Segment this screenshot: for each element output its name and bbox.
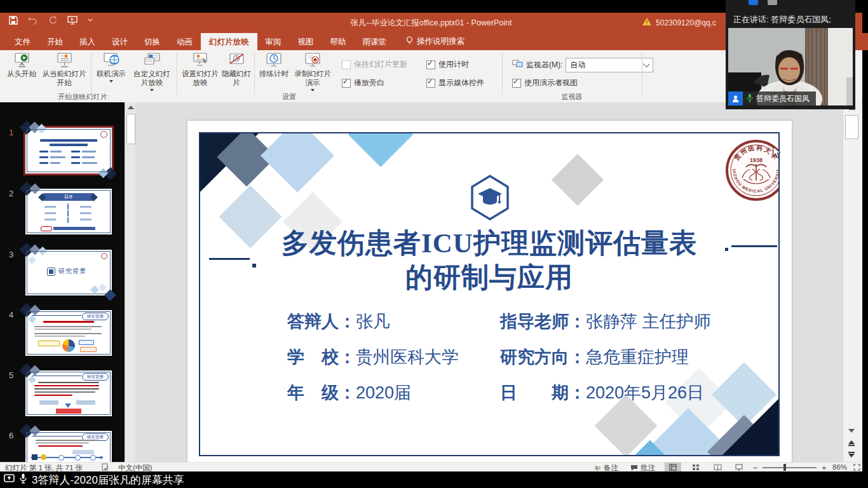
tab-insert[interactable]: 插入 xyxy=(71,33,104,50)
vertical-scrollbar[interactable] xyxy=(843,102,860,462)
monitor-dropdown[interactable]: 自动 xyxy=(566,58,653,72)
slide-border-frame: 贵州医科大学 1938 GUIZHOU MEDICAL UNIVERSITY 多… xyxy=(199,132,780,456)
from-current-slide-button[interactable]: 从当前幻灯片开始 xyxy=(39,52,89,93)
scroll-down-icon[interactable] xyxy=(848,429,855,433)
previous-slide-button[interactable] xyxy=(848,440,855,446)
slide-thumbnail-panel: 1 2 xyxy=(0,102,125,462)
share-bar-text: 3答辩人-2020届张凡的屏幕共享 xyxy=(32,473,184,487)
slide-thumbnail-1[interactable] xyxy=(25,128,112,173)
slide-edit-area: 贵州医科大学 1938 GUIZHOU MEDICAL UNIVERSITY 多… xyxy=(135,102,843,462)
record-slideshow-button[interactable]: 录制幻灯片演示 xyxy=(292,52,333,93)
field-grade[interactable]: 年 级：2020届 xyxy=(287,381,411,404)
svg-text:1938: 1938 xyxy=(750,157,763,163)
participant-video[interactable]: 答辩委员石国凤 xyxy=(728,28,853,105)
meeting-toolbar-icon[interactable] xyxy=(749,0,758,5)
screen-share-bar: 3答辩人-2020届张凡的屏幕共享 xyxy=(0,471,868,488)
account-email: 502309120@qq.c xyxy=(656,18,716,27)
scroll-up-icon[interactable] xyxy=(128,105,134,109)
participant-name: 答辩委员石国凤 xyxy=(756,93,810,104)
thumbnail-number: 6 xyxy=(9,431,13,440)
present-online-button[interactable]: 联机演示 xyxy=(93,52,129,93)
normal-view-button[interactable] xyxy=(665,463,681,472)
mouse-cursor xyxy=(773,146,782,159)
tab-slideshow[interactable]: 幻灯片放映 xyxy=(201,33,257,50)
field-advisor[interactable]: 指导老师：张静萍 主任护师 xyxy=(500,310,711,333)
reading-view-button[interactable] xyxy=(709,463,726,472)
rehearse-timings-button[interactable]: 排练计时 xyxy=(257,52,291,93)
thumbnail-scrollbar[interactable] xyxy=(125,102,136,462)
slide-title-line2[interactable]: 的研制与应用 xyxy=(200,259,778,296)
zoom-slider-thumb[interactable] xyxy=(783,464,786,471)
tell-me-search[interactable]: 操作说明搜索 xyxy=(398,33,472,50)
mini-arrow xyxy=(65,403,71,408)
mini-seal xyxy=(101,253,107,259)
title-decoration-dot xyxy=(252,264,256,268)
slide-thumbnail-3[interactable]: 研究背景 xyxy=(25,250,112,295)
monitor-selector: 监视器(M): 自动 xyxy=(512,58,653,72)
slide-thumbnail-5[interactable]: 研究背景 xyxy=(25,370,112,416)
checkbox-icon xyxy=(342,79,351,88)
hide-slide-button[interactable]: 隐藏幻灯片 xyxy=(221,52,252,93)
participant-name-row: 答辩委员石国凤 xyxy=(728,92,816,105)
title-decoration-line xyxy=(209,258,250,260)
play-narrations-checkbox[interactable]: 播放旁白 xyxy=(342,78,384,88)
spellcheck-icon[interactable] xyxy=(102,463,109,471)
scrollbar-thumb[interactable] xyxy=(845,115,858,139)
group-label-monitor: 监视器 xyxy=(534,92,610,102)
slide-thumbnail-4[interactable]: 研究背景 xyxy=(25,310,112,356)
zoom-level[interactable]: 86% xyxy=(832,463,847,471)
mini-section-title: 研究背景 xyxy=(58,267,86,276)
group-label-start: 开始放映幻灯片 xyxy=(25,92,140,102)
slide-thumbnail-2[interactable]: 目录 xyxy=(25,189,112,234)
tab-transitions[interactable]: 切换 xyxy=(136,33,168,50)
keep-slides-updated-checkbox[interactable]: 保持幻灯片更新 xyxy=(342,59,407,70)
checkbox-icon xyxy=(342,60,351,69)
scrollbar-thumb[interactable] xyxy=(126,114,135,144)
custom-slideshow-button[interactable]: 自定义幻灯片放映 xyxy=(130,52,173,93)
mini-seal xyxy=(100,131,107,138)
zoom-slider-track[interactable] xyxy=(763,467,817,468)
presenter-view-checkbox[interactable]: 使用演示者视图 xyxy=(512,78,578,88)
fit-to-window-button[interactable] xyxy=(851,463,862,472)
use-timings-checkbox[interactable]: 使用计时 xyxy=(426,59,469,70)
thumbnail-number: 1 xyxy=(9,128,13,137)
tab-view[interactable]: 视图 xyxy=(290,33,322,50)
status-bar: 幻灯片 第 1 张, 共 71 张 中文(中国) 备注 批注 − + 86% xyxy=(0,462,862,472)
show-media-controls-checkbox[interactable]: 显示媒体控件 xyxy=(426,78,484,88)
account-info[interactable]: 502309120@qq.c xyxy=(642,18,716,27)
slide-title-line1[interactable]: 多发伤患者ICU护理监测评估量表 xyxy=(200,225,778,262)
meeting-toolbar-icon[interactable] xyxy=(768,0,777,5)
share-mic-icon xyxy=(20,473,27,486)
meeting-video-panel[interactable]: 正在讲话: 答辩委员石国凤; xyxy=(726,0,855,109)
slide-canvas[interactable]: 贵州医科大学 1938 GUIZHOU MEDICAL UNIVERSITY 多… xyxy=(187,121,792,468)
slide-sorter-view-button[interactable] xyxy=(688,463,704,472)
field-school[interactable]: 学 校：贵州医科大学 xyxy=(287,346,459,369)
tab-yuketang[interactable]: 雨课堂 xyxy=(355,33,395,50)
title-decoration-line xyxy=(731,245,777,247)
tab-animations[interactable]: 动画 xyxy=(168,33,201,50)
checkbox-icon xyxy=(426,60,435,69)
field-presenter[interactable]: 答辩人：张凡 xyxy=(287,310,390,333)
field-date[interactable]: 日 期：2020年5月26日 xyxy=(500,381,704,404)
tab-review[interactable]: 审阅 xyxy=(257,33,290,50)
next-slide-button[interactable] xyxy=(848,452,855,458)
tab-help[interactable]: 帮助 xyxy=(322,33,355,50)
screen-share-icon xyxy=(4,474,15,486)
slideshow-view-button[interactable] xyxy=(731,463,747,472)
field-research-direction[interactable]: 研究方向：急危重症护理 xyxy=(500,346,689,369)
thumbnail-number: 3 xyxy=(9,250,13,259)
tab-file[interactable]: 文件 xyxy=(6,33,39,50)
warning-icon xyxy=(642,18,651,27)
thumbnail-number: 5 xyxy=(9,370,13,380)
mini-hex-icon xyxy=(47,268,55,276)
mini-pie-chart xyxy=(62,339,75,352)
group-label-setup: 设置 xyxy=(254,92,324,102)
university-seal[interactable]: 贵州医科大学 1938 GUIZHOU MEDICAL UNIVERSITY xyxy=(724,139,780,202)
graduation-cap-icon xyxy=(469,174,511,221)
tab-home[interactable]: 开始 xyxy=(39,33,71,50)
tab-design[interactable]: 设计 xyxy=(104,33,136,50)
mic-icon xyxy=(747,93,753,104)
from-beginning-button[interactable]: 从头开始 xyxy=(5,52,38,93)
setup-slideshow-button[interactable]: 设置幻灯片放映 xyxy=(180,52,220,93)
dropdown-arrow-icon xyxy=(109,80,113,83)
